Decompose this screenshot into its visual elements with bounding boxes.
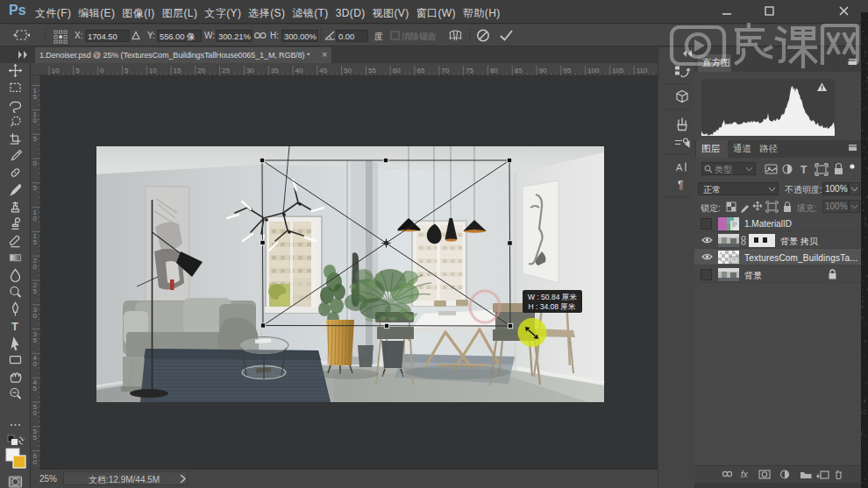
- svg-text:5: 5: [33, 93, 38, 101]
- svg-text:5: 5: [33, 287, 38, 295]
- svg-text:15: 15: [174, 67, 181, 74]
- svg-text:0: 0: [33, 409, 38, 417]
- svg-text:5: 5: [33, 434, 38, 442]
- svg-text:105: 105: [612, 67, 624, 74]
- svg-text:30: 30: [246, 67, 254, 74]
- svg-text:0: 0: [33, 360, 38, 368]
- svg-text:70: 70: [441, 67, 449, 74]
- svg-text:35: 35: [271, 67, 279, 74]
- svg-text:100: 100: [587, 67, 600, 74]
- svg-text:80: 80: [490, 67, 498, 74]
- svg-text:0: 0: [33, 458, 38, 466]
- svg-text:10: 10: [52, 67, 60, 74]
- svg-text:0: 0: [33, 159, 38, 167]
- svg-text:85: 85: [515, 67, 523, 74]
- svg-text:20: 20: [197, 67, 205, 74]
- svg-text:5: 5: [75, 67, 80, 74]
- svg-text:110: 110: [637, 67, 648, 74]
- svg-text:60: 60: [393, 67, 401, 74]
- svg-text:0: 0: [33, 117, 38, 124]
- svg-text:5: 5: [33, 135, 38, 143]
- svg-text:5: 5: [125, 67, 129, 74]
- svg-text:5: 5: [33, 385, 38, 393]
- svg-text:5: 5: [33, 238, 38, 246]
- svg-text:0: 0: [33, 263, 38, 271]
- svg-text:T: T: [11, 320, 18, 333]
- svg-text:5: 5: [33, 184, 38, 192]
- svg-text:45: 45: [319, 67, 327, 74]
- svg-text:T: T: [800, 164, 808, 176]
- svg-text:40: 40: [295, 67, 303, 74]
- svg-text:¶: ¶: [678, 179, 683, 191]
- svg-text:55: 55: [368, 67, 376, 74]
- svg-text:0: 0: [33, 215, 38, 223]
- svg-text:50: 50: [344, 67, 352, 74]
- svg-text:0: 0: [33, 312, 38, 320]
- svg-text:5: 5: [33, 336, 38, 344]
- svg-text:W : 50.84 厘米: W : 50.84 厘米: [528, 293, 577, 301]
- svg-text:65: 65: [417, 67, 425, 74]
- svg-text:75: 75: [466, 67, 473, 74]
- svg-text:10: 10: [149, 67, 157, 74]
- svg-text:90: 90: [539, 67, 547, 74]
- svg-text:fx: fx: [741, 470, 749, 479]
- svg-text:0: 0: [100, 67, 104, 74]
- svg-text:25: 25: [222, 67, 230, 74]
- svg-text:H : 34.08 厘米: H : 34.08 厘米: [529, 302, 576, 311]
- svg-text:95: 95: [563, 67, 571, 74]
- svg-text:A: A: [676, 162, 683, 173]
